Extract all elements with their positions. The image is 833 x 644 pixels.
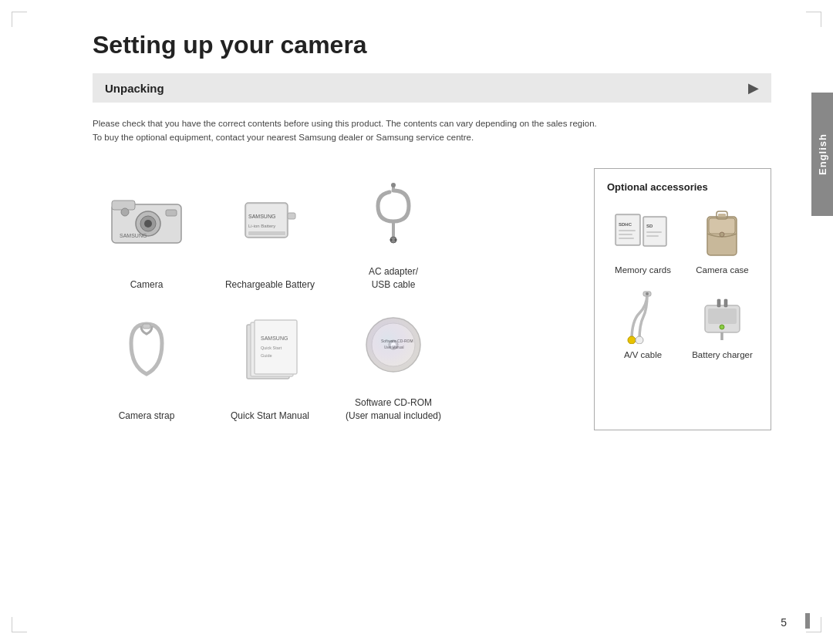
av-cable-icon	[620, 290, 666, 344]
svg-rect-42	[646, 235, 659, 237]
svg-text:SAMSUNG: SAMSUNG	[261, 335, 288, 341]
svg-rect-18	[143, 324, 150, 329]
optional-accessories-box: Optional accessories SDHC	[594, 168, 771, 430]
quick-start-manual-icon: SAMSUNG Quick Start Guide	[239, 299, 301, 403]
svg-point-31	[366, 318, 420, 372]
svg-point-16	[395, 238, 397, 241]
battery-charger-icon	[697, 290, 747, 344]
list-item: Battery charger	[686, 290, 758, 359]
page-title: Setting up your camera	[93, 31, 771, 59]
svg-rect-53	[708, 309, 737, 324]
ac-adapter-label: AC adapter/USB cable	[369, 265, 418, 292]
corner-mark-tr	[806, 12, 821, 27]
svg-text:SAMSUNG: SAMSUNG	[248, 214, 275, 219]
list-item: SAMSUNG Li-ion Battery Rechargeable Batt…	[216, 168, 324, 292]
svg-rect-9	[247, 204, 286, 236]
corner-mark-bl	[12, 617, 27, 632]
svg-point-15	[390, 238, 393, 241]
quick-start-manual-label: Quick Start Manual	[231, 410, 309, 423]
svg-rect-44	[709, 218, 735, 234]
svg-rect-10	[288, 213, 295, 219]
cd-rom-icon: Software CD-ROM User Manual	[363, 299, 424, 390]
section-title: Unpacking	[105, 82, 164, 95]
description-text: Please check that you have the correct c…	[93, 116, 617, 145]
items-grid: SAMSUNG Camera SAMSUNG Li-ion Battery	[93, 168, 578, 430]
svg-point-17	[391, 183, 396, 187]
svg-rect-13	[248, 231, 285, 235]
svg-point-54	[720, 325, 724, 329]
svg-point-49	[636, 336, 643, 344]
svg-point-5	[121, 208, 129, 216]
content-area: SAMSUNG Camera SAMSUNG Li-ion Battery	[93, 168, 771, 430]
svg-point-51	[646, 292, 649, 295]
svg-point-48	[628, 336, 636, 344]
svg-rect-41	[646, 231, 662, 233]
optional-title: Optional accessories	[607, 181, 758, 193]
camera-strap-label: Camera strap	[119, 410, 175, 423]
cd-rom-label: Software CD-ROM(User manual included)	[346, 396, 441, 423]
camera-icon: SAMSUNG	[108, 168, 185, 272]
svg-rect-37	[619, 238, 634, 239]
svg-text:Quick Start: Quick Start	[261, 346, 282, 350]
memory-cards-label: Memory cards	[615, 265, 671, 275]
svg-rect-55	[717, 299, 720, 307]
svg-text:SAMSUNG: SAMSUNG	[120, 233, 147, 238]
svg-text:SD: SD	[646, 224, 653, 228]
ac-adapter-icon	[366, 168, 420, 259]
section-arrow-icon: ▶	[748, 79, 759, 96]
list-item: SAMSUNG Camera	[93, 168, 201, 292]
av-cable-label: A/V cable	[624, 350, 662, 359]
language-label: English	[817, 133, 828, 175]
list-item: Software CD-ROM User Manual	[339, 299, 447, 423]
svg-rect-56	[724, 299, 727, 307]
page-number-bar	[805, 613, 810, 629]
list-item: SDHC SD Memory cards	[607, 205, 679, 275]
corner-mark-tl	[12, 12, 27, 27]
list-item: SAMSUNG Quick Start Guide Quick Start Ma…	[216, 299, 324, 423]
svg-rect-35	[619, 230, 636, 231]
camera-case-icon	[700, 205, 746, 259]
list-item: Camera case	[686, 205, 758, 275]
battery-label: Rechargeable Battery	[225, 278, 315, 292]
svg-text:SDHC: SDHC	[619, 222, 632, 227]
memory-cards-icon: SDHC SD	[614, 205, 672, 259]
list-item: AC adapter/USB cable	[339, 168, 447, 292]
section-header: Unpacking ▶	[93, 73, 771, 103]
svg-text:Guide: Guide	[261, 353, 272, 358]
page-number: 5	[781, 616, 787, 629]
list-item: Camera strap	[93, 299, 201, 423]
svg-rect-36	[619, 234, 632, 235]
camera-strap-icon	[120, 299, 174, 403]
battery-charger-label: Battery charger	[692, 350, 753, 359]
language-tab: English	[811, 93, 833, 216]
camera-label: Camera	[130, 278, 164, 292]
list-item: A/V cable	[607, 290, 679, 359]
svg-point-4	[144, 220, 152, 228]
battery-icon: SAMSUNG Li-ion Battery	[239, 168, 301, 272]
svg-rect-46	[718, 214, 726, 217]
camera-case-label: Camera case	[696, 265, 748, 275]
svg-text:Li-ion Battery: Li-ion Battery	[248, 224, 275, 228]
svg-rect-6	[166, 210, 177, 216]
optional-grid: SDHC SD Memory cards	[607, 205, 758, 359]
svg-point-47	[720, 232, 724, 237]
